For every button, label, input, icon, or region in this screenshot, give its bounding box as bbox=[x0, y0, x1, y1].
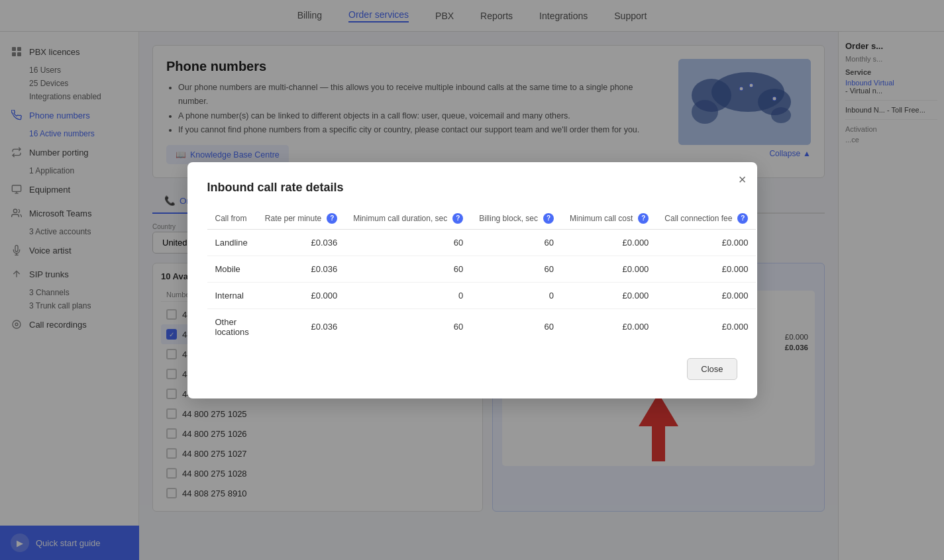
col-call-from: Call from bbox=[207, 208, 257, 230]
help-rate-icon[interactable]: ? bbox=[327, 213, 337, 224]
table-row-mobile: Mobile £0.036 60 60 £0.000 £0.000 bbox=[207, 256, 757, 282]
min-dur-other: 60 bbox=[345, 308, 471, 345]
min-cost-mobile: £0.000 bbox=[562, 256, 656, 282]
rate-mobile: £0.036 bbox=[257, 256, 345, 282]
min-dur-landline: 60 bbox=[345, 229, 471, 256]
modal: × Inbound call rate details Call from Ra… bbox=[187, 162, 757, 398]
min-cost-other: £0.000 bbox=[562, 308, 656, 345]
rate-internal: £0.000 bbox=[257, 282, 345, 308]
rate-landline: £0.036 bbox=[257, 229, 345, 256]
col-min-duration: Minimum call duration, sec ? bbox=[345, 208, 471, 230]
call-from-other: Other locations bbox=[207, 308, 257, 345]
billing-internal: 0 bbox=[471, 282, 562, 308]
col-rate: Rate per minute ? bbox=[257, 208, 345, 230]
min-cost-internal: £0.000 bbox=[562, 282, 656, 308]
min-cost-landline: £0.000 bbox=[562, 229, 656, 256]
table-row-internal: Internal £0.000 0 0 £0.000 £0.000 bbox=[207, 282, 757, 308]
col-connection-fee: Call connection fee ? bbox=[656, 208, 756, 230]
modal-footer: Close bbox=[207, 358, 737, 380]
help-billing-icon[interactable]: ? bbox=[543, 213, 554, 224]
fee-landline: £0.000 bbox=[656, 229, 756, 256]
rate-other: £0.036 bbox=[257, 308, 345, 345]
modal-title: Inbound call rate details bbox=[207, 181, 737, 195]
rate-table: Call from Rate per minute ? Minimum call… bbox=[207, 208, 757, 345]
modal-close-btn[interactable]: × bbox=[739, 173, 747, 186]
col-billing-block: Billing block, sec ? bbox=[471, 208, 562, 230]
call-from-mobile: Mobile bbox=[207, 256, 257, 282]
fee-mobile: £0.000 bbox=[656, 256, 756, 282]
help-cost-icon[interactable]: ? bbox=[638, 213, 649, 224]
col-min-cost: Minimum call cost ? bbox=[562, 208, 656, 230]
modal-overlay[interactable]: × Inbound call rate details Call from Ra… bbox=[0, 0, 944, 560]
min-dur-internal: 0 bbox=[345, 282, 471, 308]
fee-other: £0.000 bbox=[656, 308, 756, 345]
call-from-landline: Landline bbox=[207, 229, 257, 256]
call-from-internal: Internal bbox=[207, 282, 257, 308]
help-duration-icon[interactable]: ? bbox=[452, 213, 463, 224]
billing-mobile: 60 bbox=[471, 256, 562, 282]
min-dur-mobile: 60 bbox=[345, 256, 471, 282]
billing-landline: 60 bbox=[471, 229, 562, 256]
help-fee-icon[interactable]: ? bbox=[737, 213, 748, 224]
table-row-other: Other locations £0.036 60 60 £0.000 £0.0… bbox=[207, 308, 757, 345]
billing-other: 60 bbox=[471, 308, 562, 345]
table-row-landline: Landline £0.036 60 60 £0.000 £0.000 bbox=[207, 229, 757, 256]
modal-close-button[interactable]: Close bbox=[687, 358, 737, 380]
fee-internal: £0.000 bbox=[656, 282, 756, 308]
